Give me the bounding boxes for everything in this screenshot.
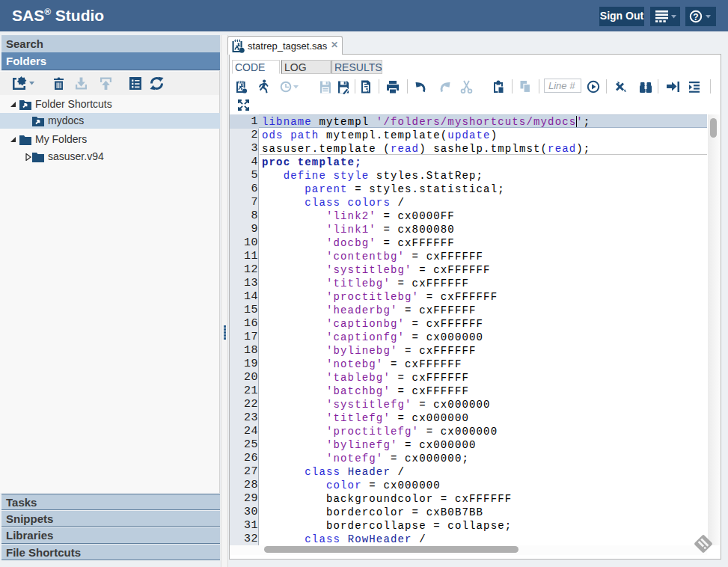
svg-text:?: ? — [693, 12, 698, 22]
